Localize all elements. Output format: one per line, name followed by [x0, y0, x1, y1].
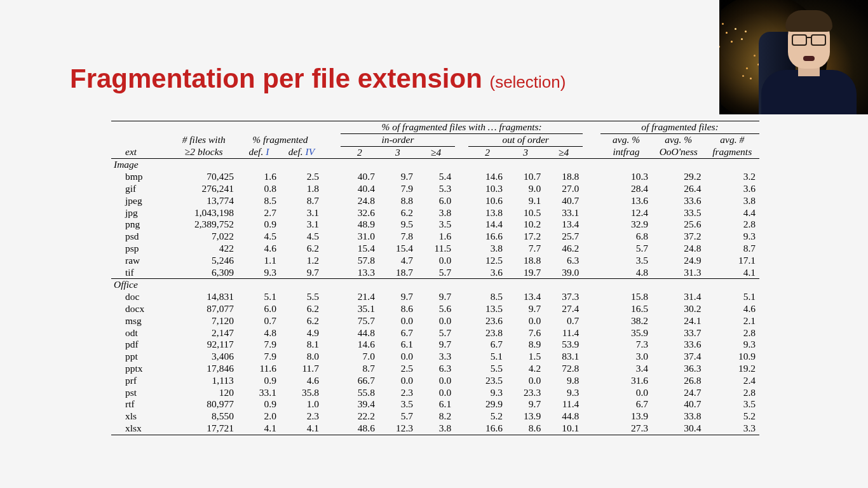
cell-value: 1.8 [280, 183, 323, 195]
cell-value: 4.4 [705, 207, 759, 219]
cell-value: 7.3 [600, 339, 652, 351]
cell-value: 4.6 [705, 303, 759, 315]
cell-value: 2.8 [705, 219, 759, 231]
cell-ext: odt [111, 327, 170, 339]
table-row: psd7,0224.54.531.07.81.616.617.225.76.83… [111, 231, 759, 243]
cell-value: 9.7 [417, 339, 455, 351]
cell-value: 6.2 [379, 207, 417, 219]
glasses-icon [792, 34, 826, 43]
hdr-avgnum: avg. # [705, 133, 759, 146]
cell-value: 8.8 [379, 195, 417, 207]
cell-value: 4.1 [280, 423, 323, 435]
cell-value: 25.7 [545, 231, 583, 243]
cell-value: 3.8 [468, 243, 506, 255]
cell-value: 66.7 [341, 375, 379, 387]
cell-value: 0.0 [379, 315, 417, 327]
cell-value: 7,120 [170, 315, 238, 327]
hdr-fragmented: % fragmented [238, 133, 323, 146]
table-row: tif6,3099.39.713.318.75.73.619.739.04.83… [111, 267, 759, 279]
cell-value: 33.6 [652, 339, 705, 351]
cell-value: 0.0 [417, 315, 455, 327]
cell-value: 12.4 [600, 207, 652, 219]
cell-value: 4.1 [238, 423, 280, 435]
table-row: psp4224.66.215.415.411.53.87.746.25.724.… [111, 243, 759, 255]
cell-value: 4.8 [238, 327, 280, 339]
cell-value: 4.7 [379, 255, 417, 267]
cell-value: 0.8 [238, 183, 280, 195]
cell-value: 2,147 [170, 327, 238, 339]
cell-value: 4.8 [600, 267, 652, 279]
cell-value: 10.7 [506, 171, 545, 183]
table-row: jpeg13,7748.58.724.88.86.010.69.140.713.… [111, 195, 759, 207]
cell-value: 0.9 [238, 398, 280, 410]
cell-value: 70,425 [170, 171, 238, 183]
cell-value: 5.5 [468, 363, 506, 375]
table-row: bmp70,4251.62.540.79.75.414.610.718.810.… [111, 171, 759, 183]
cell-value: 80,977 [170, 398, 238, 410]
hdr-avgpct-1: avg. % [600, 133, 652, 146]
table-row: xls8,5502.02.322.25.78.25.213.944.813.93… [111, 410, 759, 423]
cell-value: 9.8 [545, 375, 583, 387]
cell-value: 4.1 [705, 267, 759, 279]
cell-value: 3,406 [170, 351, 238, 363]
cell-value: 1.0 [280, 398, 323, 410]
cell-ext: xls [111, 410, 170, 423]
cell-ext: pst [111, 387, 170, 399]
cell-value: 10.9 [705, 351, 759, 363]
table-row: doc14,8315.15.521.49.79.78.513.437.315.8… [111, 291, 759, 303]
cell-value: 2.8 [705, 387, 759, 399]
cell-value: 9.7 [379, 291, 417, 303]
cell-value: 7.8 [379, 231, 417, 243]
hdr-intfrag: intfrag [600, 146, 652, 159]
cell-value: 10.2 [506, 219, 545, 231]
cell-value: 17,846 [170, 363, 238, 375]
cell-value: 5.5 [280, 291, 323, 303]
group-label: Image [111, 159, 759, 171]
cell-value: 3.8 [417, 207, 455, 219]
hdr-offrag-super: of fragmented files: [600, 121, 759, 134]
cell-value: 2.3 [379, 387, 417, 399]
cell-value: 13.9 [600, 410, 652, 423]
cell-value: 33.5 [652, 207, 705, 219]
cell-value: 8.5 [468, 291, 506, 303]
presenter [761, 13, 857, 114]
table-row: gif276,2410.81.840.47.95.310.39.027.028.… [111, 183, 759, 195]
cell-value: 3.8 [417, 423, 455, 435]
cell-value: 3.5 [600, 255, 652, 267]
cell-value: 30.2 [652, 303, 705, 315]
cell-value: 14.6 [468, 171, 506, 183]
table-row: prf1,1130.94.666.70.00.023.50.09.831.626… [111, 375, 759, 387]
cell-value: 9.7 [379, 171, 417, 183]
cell-ext: rtf [111, 398, 170, 410]
cell-ext: docx [111, 303, 170, 315]
cell-value: 14,831 [170, 291, 238, 303]
cell-value: 5.1 [705, 291, 759, 303]
cell-value: 33.1 [238, 387, 280, 399]
cell-value: 32.9 [600, 219, 652, 231]
cell-value: 2.7 [238, 207, 280, 219]
cell-value: 7.9 [379, 183, 417, 195]
cell-value: 2.0 [238, 410, 280, 423]
cell-value: 9.3 [705, 231, 759, 243]
table-row: jpg1,043,1982.73.132.66.23.813.810.533.1… [111, 207, 759, 219]
cell-value: 15.4 [341, 243, 379, 255]
cell-value: 11.5 [417, 243, 455, 255]
cell-value: 6.3 [545, 255, 583, 267]
cell-value: 6.7 [468, 339, 506, 351]
cell-value: 87,077 [170, 303, 238, 315]
cell-value: 15.4 [379, 243, 417, 255]
cell-value: 276,241 [170, 183, 238, 195]
title-sub: (selection) [489, 72, 566, 92]
slide-title: Fragmentation per file extension (select… [70, 64, 566, 94]
hdr-fragments: fragments [705, 146, 759, 159]
cell-value: 2.8 [705, 327, 759, 339]
cell-value: 27.3 [600, 423, 652, 435]
webcam-overlay [719, 0, 868, 114]
cell-value: 31.3 [652, 267, 705, 279]
cell-value: 13.4 [506, 291, 545, 303]
cell-value: 5.1 [238, 291, 280, 303]
cell-value: 27.0 [545, 183, 583, 195]
cell-value: 25.6 [652, 219, 705, 231]
cell-ext: psd [111, 231, 170, 243]
cell-value: 6.2 [280, 243, 323, 255]
